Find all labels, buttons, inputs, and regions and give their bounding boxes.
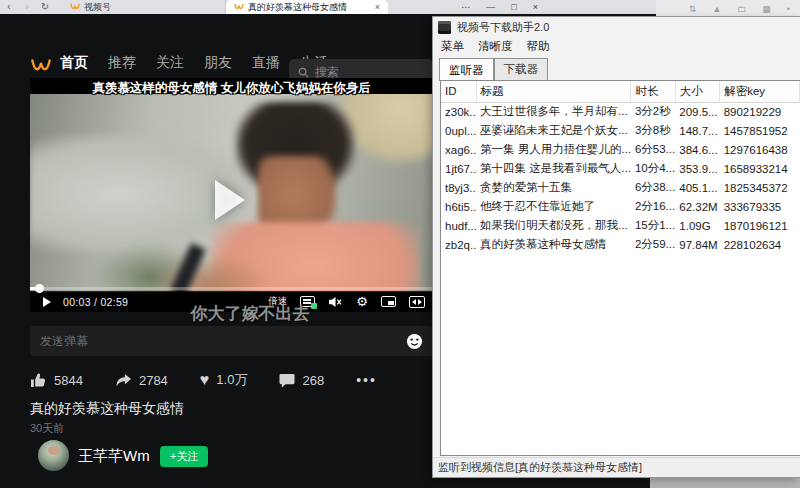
nav-item-live[interactable]: 直播: [252, 54, 280, 72]
table-cell[interactable]: h6ti5...: [441, 197, 476, 216]
table-cell[interactable]: 1658933214: [720, 159, 799, 178]
table-cell[interactable]: 巫婆诬陷未来王妃是个妖女...: [476, 121, 631, 140]
menu-item-help[interactable]: 帮助: [527, 39, 550, 54]
emoji-icon[interactable]: [406, 333, 423, 350]
nav-item-recommend[interactable]: 推荐: [108, 54, 136, 72]
tab-downloader[interactable]: 下载器: [494, 58, 549, 80]
author-name[interactable]: 王芊芊Wm: [78, 447, 150, 466]
background-toolbar-icons: ⇅ ▲ 🗀 ▦ •: [689, 4, 790, 14]
table-cell[interactable]: 第十四集 这是我看到最气人...: [476, 159, 631, 178]
nav-item-home[interactable]: 首页: [60, 54, 88, 72]
table-cell[interactable]: 1.09G: [675, 216, 719, 235]
table-row[interactable]: 0upl...巫婆诬陷未来王妃是个妖女...3分8秒148.7...145785…: [441, 121, 800, 140]
close-icon[interactable]: ×: [533, 2, 538, 12]
video-subtitle: 你大了嫁不出去: [120, 302, 380, 325]
menu-item-quality[interactable]: 清晰度: [478, 39, 513, 54]
table-cell[interactable]: 真的好羡慕这种母女感情: [476, 235, 631, 254]
progress-bar[interactable]: [30, 287, 433, 290]
downloader-window: 视频号下载助手2.0 菜单 清晰度 帮助 监听器 下载器 ID 标题 时长 大小…: [432, 16, 800, 478]
col-key[interactable]: 解密key: [720, 81, 799, 102]
table-row[interactable]: xag6...第一集 男人用力捂住婴儿的...6分53...384.6...12…: [441, 140, 800, 159]
col-duration[interactable]: 时长: [631, 81, 675, 102]
table-cell[interactable]: 0upl...: [441, 121, 476, 140]
table-cell[interactable]: 贪婪的爱第十五集: [476, 178, 631, 197]
table-cell[interactable]: 10分4...: [631, 159, 675, 178]
table-cell[interactable]: hudf...: [441, 216, 476, 235]
table-row[interactable]: hudf...如果我们明天都没死，那我...15分1...1.09G187019…: [441, 216, 800, 235]
table-cell[interactable]: 97.84M: [675, 235, 719, 254]
table-cell[interactable]: 3分8秒: [631, 121, 675, 140]
maximize-icon[interactable]: □: [511, 2, 516, 12]
table-cell[interactable]: 228102634: [720, 235, 799, 254]
tab-close-icon[interactable]: ×: [375, 2, 380, 12]
table-cell[interactable]: t8yj3...: [441, 178, 476, 197]
back-icon[interactable]: ‹: [0, 0, 18, 14]
table-cell[interactable]: zb2q...: [441, 235, 476, 254]
table-cell[interactable]: 1457851952: [720, 121, 799, 140]
col-id[interactable]: ID: [441, 81, 476, 102]
video-player[interactable]: 真羡慕这样的母女感情 女儿你放心飞妈妈在你身后 00:03 / 02:59 倍速…: [30, 78, 433, 312]
table-cell[interactable]: 第一集 男人用力捂住婴儿的...: [476, 140, 631, 159]
table-cell[interactable]: 如果我们明天都没死，那我...: [476, 216, 631, 235]
table-cell[interactable]: 1825345372: [720, 178, 799, 197]
table-cell[interactable]: 2分16...: [631, 197, 675, 216]
browser-tab-video[interactable]: 真的好羡慕这种母女感情 ×: [226, 0, 388, 14]
table-cell[interactable]: 353.9...: [675, 159, 719, 178]
pip-icon[interactable]: [381, 296, 396, 307]
table-cell[interactable]: 2分59...: [631, 235, 675, 254]
table-cell[interactable]: 他终于忍不住靠近她了: [476, 197, 631, 216]
tab-listener[interactable]: 监听器: [439, 58, 494, 81]
table-cell[interactable]: 384.6...: [675, 140, 719, 159]
table-cell[interactable]: 333679335: [720, 197, 799, 216]
table-row[interactable]: z30k...大王过世很多年，半月却有...3分2秒209.5...890219…: [441, 102, 800, 121]
col-title[interactable]: 标题: [476, 81, 631, 102]
table-cell[interactable]: 62.32M: [675, 197, 719, 216]
desktop-strip: [650, 477, 800, 488]
playhead[interactable]: [35, 284, 44, 293]
downloader-app-icon: [438, 21, 451, 34]
nav-item-friends[interactable]: 朋友: [204, 54, 232, 72]
forward-icon[interactable]: ›: [18, 0, 36, 14]
table-cell[interactable]: 405.1...: [675, 178, 719, 197]
table-cell[interactable]: 1jt67...: [441, 159, 476, 178]
widescreen-icon[interactable]: [409, 296, 425, 308]
more-button[interactable]: •••: [356, 372, 377, 388]
table-cell[interactable]: 1297616438: [720, 140, 799, 159]
play-overlay-icon[interactable]: [215, 180, 245, 220]
like-button[interactable]: 5844: [30, 372, 83, 388]
table-cell[interactable]: 15分1...: [631, 216, 675, 235]
channels-favicon: [234, 3, 244, 11]
table-cell[interactable]: z30k...: [441, 102, 476, 121]
table-cell[interactable]: 1870196121: [720, 216, 799, 235]
menu-icon[interactable]: ⋯: [461, 2, 470, 12]
post-title: 真的好羡慕这种母女感情: [30, 400, 184, 418]
heart-button[interactable]: ♥ 1.0万: [200, 371, 248, 389]
share-button[interactable]: 2784: [115, 373, 168, 388]
author-avatar[interactable]: [38, 440, 69, 471]
table-cell[interactable]: 209.5...: [675, 102, 719, 121]
table-cell[interactable]: 6分38...: [631, 178, 675, 197]
menu-item-menu[interactable]: 菜单: [441, 39, 464, 54]
follow-button[interactable]: +关注: [160, 446, 208, 467]
reload-icon[interactable]: ↻: [36, 0, 54, 14]
table-cell[interactable]: 890219229: [720, 102, 799, 121]
table-row[interactable]: zb2q...真的好羡慕这种母女感情2分59...97.84M228102634: [441, 235, 800, 254]
table-cell[interactable]: 148.7...: [675, 121, 719, 140]
table-cell[interactable]: 大王过世很多年，半月却有...: [476, 102, 631, 121]
table-cell[interactable]: 6分53...: [631, 140, 675, 159]
downloader-titlebar[interactable]: 视频号下载助手2.0: [433, 17, 800, 37]
danmaku-input[interactable]: 发送弹幕: [30, 326, 433, 356]
nav-item-follow[interactable]: 关注: [156, 54, 184, 72]
play-icon[interactable]: [43, 297, 51, 307]
comment-button[interactable]: 268: [279, 373, 324, 388]
table-row[interactable]: 1jt67...第十四集 这是我看到最气人...10分4...353.9...1…: [441, 159, 800, 178]
listener-table[interactable]: ID 标题 时长 大小 解密key 路 z30k...大王过世很多年，半月却有.…: [440, 80, 800, 456]
browser-window-controls: ⋯ — □ ×: [461, 0, 538, 14]
table-cell[interactable]: 3分2秒: [631, 102, 675, 121]
table-cell[interactable]: xag6...: [441, 140, 476, 159]
col-size[interactable]: 大小: [675, 81, 719, 102]
table-row[interactable]: h6ti5...他终于忍不住靠近她了2分16...62.32M333679335: [441, 197, 800, 216]
table-row[interactable]: t8yj3...贪婪的爱第十五集6分38...405.1...182534537…: [441, 178, 800, 197]
browser-tab-channels[interactable]: 视频号: [62, 0, 226, 14]
minimize-icon[interactable]: —: [486, 2, 495, 12]
